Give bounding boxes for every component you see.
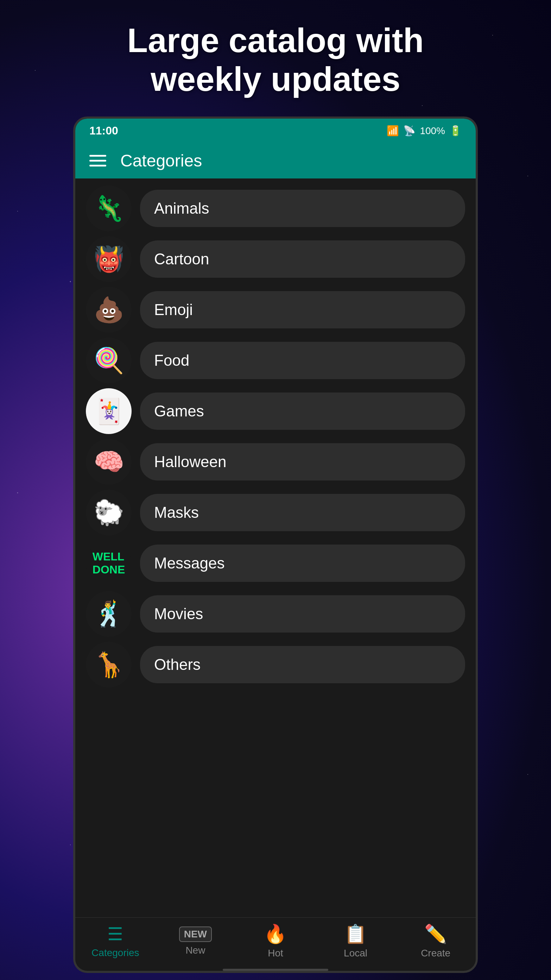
- signal-icon: 📡: [403, 125, 416, 137]
- nav-categories-label: Categories: [92, 947, 139, 959]
- wifi-icon: 📶: [387, 125, 399, 137]
- category-icon-emoji: 💩: [86, 287, 132, 332]
- category-icon-food: 🍭: [86, 337, 132, 383]
- page-headline: Large catalog withweekly updates: [92, 0, 459, 116]
- category-icon-games: 🃏: [86, 388, 132, 434]
- nav-indicator: [223, 969, 328, 971]
- category-label-movies: Movies: [154, 605, 203, 622]
- new-icon: NEW: [179, 926, 212, 942]
- status-icons: 📶 📡 100% 🔋: [387, 125, 462, 137]
- status-time: 11:00: [89, 124, 118, 137]
- category-label-animals: Animals: [154, 200, 210, 217]
- category-label-emoji: Emoji: [154, 301, 193, 318]
- category-label-games: Games: [154, 402, 204, 420]
- category-icon-cartoon: 👹: [86, 236, 132, 282]
- category-label-masks: Masks: [154, 504, 199, 521]
- category-item-halloween[interactable]: 🧠 Halloween: [86, 439, 465, 485]
- category-icon-messages: WELLDONE: [86, 540, 132, 586]
- category-item-movies[interactable]: 🕺 Movies: [86, 591, 465, 637]
- app-title: Categories: [120, 151, 202, 170]
- category-item-food[interactable]: 🍭 Food: [86, 337, 465, 383]
- app-bar: Categories: [75, 143, 476, 178]
- category-icon-animals: 🦎: [86, 186, 132, 231]
- nav-new[interactable]: NEW New: [156, 926, 236, 956]
- categories-icon: ☰: [107, 924, 123, 945]
- battery-icon: 🔋: [449, 125, 462, 137]
- category-item-animals[interactable]: 🦎 Animals: [86, 186, 465, 231]
- nav-categories[interactable]: ☰ Categories: [75, 924, 156, 959]
- local-icon: 📋: [344, 923, 367, 945]
- category-item-games[interactable]: 🃏 Games: [86, 388, 465, 434]
- category-label-others: Others: [154, 656, 200, 673]
- hot-icon: 🔥: [264, 923, 287, 945]
- category-item-cartoon[interactable]: 👹 Cartoon: [86, 236, 465, 282]
- category-item-messages[interactable]: WELLDONE Messages: [86, 540, 465, 586]
- nav-hot-label: Hot: [268, 948, 283, 959]
- nav-create-label: Create: [421, 948, 450, 959]
- menu-button[interactable]: [89, 155, 106, 167]
- category-label-messages: Messages: [154, 554, 225, 572]
- bottom-nav: ☰ Categories NEW New 🔥 Hot 📋 Local ✏️ Cr…: [75, 917, 476, 967]
- status-bar: 11:00 📶 📡 100% 🔋: [75, 119, 476, 143]
- nav-new-label: New: [186, 945, 205, 956]
- phone-frame: 11:00 📶 📡 100% 🔋 Categories 🦎 Animals 👹 …: [73, 116, 478, 973]
- category-label-halloween: Halloween: [154, 453, 226, 470]
- category-icon-masks: 🐑: [86, 490, 132, 535]
- category-item-masks[interactable]: 🐑 Masks: [86, 490, 465, 535]
- nav-hot[interactable]: 🔥 Hot: [235, 923, 316, 959]
- nav-local-label: Local: [344, 948, 367, 959]
- category-icon-others: 🦒: [86, 642, 132, 687]
- nav-create[interactable]: ✏️ Create: [395, 923, 476, 959]
- category-icon-halloween: 🧠: [86, 439, 132, 485]
- nav-local[interactable]: 📋 Local: [316, 923, 396, 959]
- category-label-food: Food: [154, 352, 189, 369]
- create-icon: ✏️: [424, 923, 447, 945]
- category-item-emoji[interactable]: 💩 Emoji: [86, 287, 465, 332]
- category-label-cartoon: Cartoon: [154, 250, 210, 267]
- category-list: 🦎 Animals 👹 Cartoon 💩 Emoji 🍭 Food 🃏: [75, 178, 476, 917]
- battery-text: 100%: [420, 125, 445, 137]
- category-item-others[interactable]: 🦒 Others: [86, 642, 465, 687]
- category-icon-movies: 🕺: [86, 591, 132, 637]
